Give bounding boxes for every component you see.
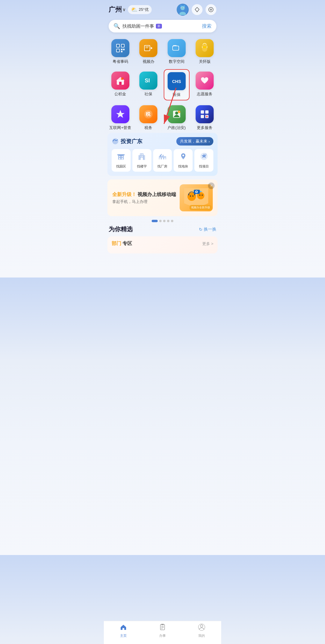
svg-marker-9 xyxy=(195,8,199,12)
svg-text:✓: ✓ xyxy=(178,111,180,113)
app-huzheng[interactable]: ✓ 户政(治安) xyxy=(164,103,190,133)
dept-more-button[interactable]: 更多 > xyxy=(202,241,213,247)
svg-text:SI: SI xyxy=(145,78,150,84)
app-label: 医保 xyxy=(173,92,181,97)
svg-rect-62 xyxy=(141,156,141,157)
close-banner-button[interactable]: × xyxy=(208,182,215,189)
invest-item-louyu[interactable]: 找楼宇 xyxy=(132,149,151,172)
app-label: 户政(治安) xyxy=(167,125,186,130)
invest-label: 找楼宇 xyxy=(137,164,147,169)
svg-rect-68 xyxy=(159,158,161,159)
svg-point-80 xyxy=(199,195,200,196)
svg-rect-71 xyxy=(160,155,161,156)
avatar[interactable] xyxy=(177,4,189,16)
app-label: 更多服务 xyxy=(197,125,212,130)
invest-item-changfang[interactable]: 找厂房 xyxy=(153,149,172,172)
search-icon: 🔍 xyxy=(113,23,120,29)
weather-badge: ⛅ 25°优 xyxy=(128,5,152,14)
svg-rect-17 xyxy=(117,49,119,52)
app-label: 公积金 xyxy=(114,91,126,97)
svg-rect-20 xyxy=(121,51,122,52)
svg-rect-29 xyxy=(174,47,178,49)
scan-icon[interactable] xyxy=(206,4,216,15)
app-gongjijin[interactable]: 公积金 xyxy=(107,69,133,100)
app-hulianwang[interactable]: 互联网+督查 xyxy=(107,103,133,133)
svg-point-74 xyxy=(182,155,184,156)
invest-title: 投资广东 xyxy=(112,138,142,145)
banner-subtitle: 拿起手机，马上办理 xyxy=(112,199,180,204)
invest-label: 找项目 xyxy=(199,164,209,169)
dot-4[interactable] xyxy=(167,220,169,222)
new-badge: 新 xyxy=(156,24,162,29)
dot-1[interactable] xyxy=(152,220,158,222)
app-label: 粤省事码 xyxy=(113,59,128,64)
invest-item-dikuai[interactable]: 找地块 xyxy=(174,149,193,172)
app-label: 数字空间 xyxy=(169,59,184,64)
banner-section: 全新升级！ 视频办上线移动端 拿起手机，马上办理 xyxy=(107,179,218,216)
svg-point-35 xyxy=(122,78,123,79)
for-you-header: 为你精选 ↻ 换一换 xyxy=(104,225,221,233)
svg-rect-15 xyxy=(122,44,124,47)
app-shebao[interactable]: SI 社保 xyxy=(136,69,162,100)
svg-marker-23 xyxy=(151,47,153,49)
svg-rect-45 xyxy=(201,110,204,114)
invest-section: 投资广东 共发展，赢未来 › 找园区 xyxy=(107,133,218,176)
refresh-button[interactable]: ↻ 换一换 xyxy=(199,227,216,232)
video-upgrade-badge: 视频办全新升级 xyxy=(190,205,212,210)
app-label: 志愿服务 xyxy=(197,91,212,97)
svg-rect-55 xyxy=(122,156,123,157)
app-yibao[interactable]: CHS 医保 xyxy=(164,69,190,100)
zone-label: 专区 xyxy=(122,241,132,246)
app-shipinban[interactable]: 视频办 xyxy=(136,37,162,67)
app-zhiyuanfuwu[interactable]: 志愿服务 xyxy=(192,69,218,100)
svg-rect-33 xyxy=(119,82,122,85)
tower-icon xyxy=(138,152,146,162)
svg-rect-7 xyxy=(181,5,182,7)
svg-rect-60 xyxy=(141,154,141,155)
svg-rect-69 xyxy=(162,158,163,159)
svg-point-49 xyxy=(206,116,208,118)
refresh-label: 换一换 xyxy=(204,227,216,232)
for-you-title: 为你精选 xyxy=(109,225,133,233)
invest-item-xiangmu[interactable]: 找项目 xyxy=(194,149,213,172)
svg-rect-70 xyxy=(164,158,166,159)
app-gengduofuwu[interactable]: 更多服务 xyxy=(192,103,218,133)
svg-point-79 xyxy=(192,195,193,197)
svg-rect-66 xyxy=(143,155,145,160)
svg-rect-82 xyxy=(188,194,189,195)
dept-section: 部门 专区 更多 > xyxy=(107,236,218,253)
app-shuiwu[interactable]: 税 税务 xyxy=(136,103,162,133)
app-guahuaiban[interactable]: 关怀版 xyxy=(192,37,218,67)
svg-rect-58 xyxy=(117,155,125,155)
search-bar[interactable]: 🔍 扶残助困一件事 新 搜索 xyxy=(109,20,216,32)
svg-rect-54 xyxy=(119,156,120,157)
dot-3[interactable] xyxy=(163,220,166,222)
svg-point-42 xyxy=(175,112,178,115)
svg-point-10 xyxy=(209,8,213,12)
city-label: 广州 xyxy=(109,5,122,14)
location-icon[interactable] xyxy=(192,4,203,15)
app-shuzikongian[interactable]: 数字空间 xyxy=(164,37,190,67)
city-selector[interactable]: 广州 ∨ xyxy=(109,5,125,14)
app-yueshengshima[interactable]: 粤省事码 xyxy=(107,37,133,67)
building-icon xyxy=(117,152,125,162)
search-button[interactable]: 搜索 xyxy=(202,23,212,29)
svg-rect-18 xyxy=(121,49,122,50)
weather-icon: ⛅ xyxy=(131,6,138,13)
svg-rect-24 xyxy=(145,46,149,47)
invest-label: 找园区 xyxy=(116,164,126,169)
svg-rect-47 xyxy=(201,115,204,118)
dot-5[interactable] xyxy=(171,220,173,222)
svg-text:税: 税 xyxy=(145,111,151,117)
svg-rect-65 xyxy=(138,155,140,160)
svg-text:CHS: CHS xyxy=(172,79,181,84)
svg-point-78 xyxy=(190,195,191,197)
svg-rect-25 xyxy=(145,48,148,48)
invest-subtitle[interactable]: 共发展，赢未来 › xyxy=(176,137,213,146)
svg-point-87 xyxy=(196,191,197,192)
invest-item-yuanqu[interactable]: 找园区 xyxy=(112,149,131,172)
svg-rect-64 xyxy=(141,158,143,160)
svg-rect-13 xyxy=(117,44,119,47)
app-label: 互联网+督查 xyxy=(109,125,131,130)
dot-2[interactable] xyxy=(159,220,162,222)
